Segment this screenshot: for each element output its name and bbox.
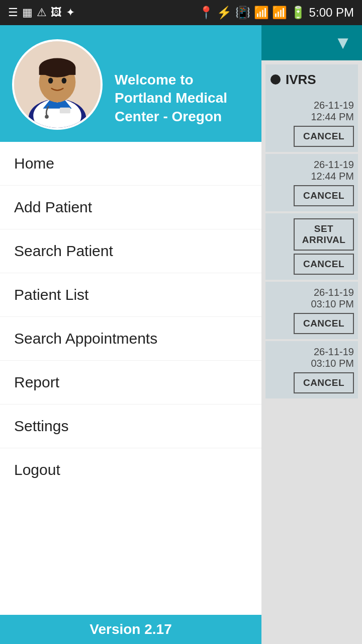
ivrs-row: IVRS <box>265 64 358 95</box>
menu-item-patient-list[interactable]: Patient List <box>0 273 261 317</box>
battery-icon: 🔋 <box>291 6 306 19</box>
status-icons: ☰ ▦ ⚠ 🖼 ✦ <box>8 6 75 19</box>
ivrs-dot <box>270 74 281 85</box>
appointment-row-4: 26-11-1903:10 PM CANCEL <box>265 282 358 339</box>
appointment-row-2: 26-11-1912:44 PM CANCEL <box>265 154 358 211</box>
status-bar: ☰ ▦ ⚠ 🖼 ✦ 📍 ⚡ 📳 📶 📶 🔋 5:00 PM <box>0 0 362 25</box>
right-panel-header: ▼ <box>261 25 362 60</box>
time-display: 5:00 PM <box>309 6 354 19</box>
menu-item-logout[interactable]: Logout <box>0 448 261 492</box>
filter-icon[interactable]: ▼ <box>334 32 352 53</box>
svg-point-8 <box>62 78 67 84</box>
navigation-drawer: Welcome to Portland Medical Center - Ore… <box>0 25 261 644</box>
menu-item-home[interactable]: Home <box>0 142 261 186</box>
appointment-date-2: 26-11-1912:44 PM <box>311 159 354 182</box>
appointment-row-3: SET ARRIVAL CANCEL <box>265 213 358 280</box>
avatar-image <box>14 41 101 128</box>
appointment-row-5: 26-11-1903:10 PM CANCEL <box>265 341 358 398</box>
drawer-header: Welcome to Portland Medical Center - Ore… <box>0 25 261 142</box>
status-right: 📍 ⚡ 📳 📶 📶 🔋 5:00 PM <box>199 6 354 20</box>
star-icon: ✦ <box>66 6 75 19</box>
warning-icon: ⚠ <box>37 6 47 19</box>
menu-item-report[interactable]: Report <box>0 361 261 405</box>
appointment-date-1: 26-11-1912:44 PM <box>311 100 354 123</box>
svg-rect-10 <box>60 108 70 113</box>
cancel-button-5[interactable]: CANCEL <box>294 372 354 393</box>
set-arrival-button[interactable]: SET ARRIVAL <box>294 218 354 251</box>
appointment-row: 26-11-1912:44 PM CANCEL <box>265 95 358 152</box>
menu-icon: ☰ <box>8 6 18 19</box>
appointments-list: IVRS 26-11-1912:44 PM CANCEL 26-11-1912:… <box>261 60 362 405</box>
svg-rect-6 <box>39 68 76 75</box>
version-label: Version 2.17 <box>89 621 171 637</box>
signal-icon: 📶 <box>272 6 287 19</box>
vibrate-icon: 📳 <box>235 6 250 19</box>
user-avatar <box>12 39 103 130</box>
menu-item-settings[interactable]: Settings <box>0 405 261 448</box>
svg-point-7 <box>48 78 53 84</box>
bluetooth-icon: ⚡ <box>217 6 232 19</box>
image-icon: 🖼 <box>51 6 62 19</box>
ivrs-label: IVRS <box>286 72 316 88</box>
right-panel: ▼ IVRS 26-11-1912:44 PM CANCEL 26-11-191… <box>261 25 362 644</box>
cancel-button-1[interactable]: CANCEL <box>294 126 354 147</box>
menu-item-add-patient[interactable]: Add Patient <box>0 186 261 229</box>
drawer-menu: Home Add Patient Search Patient Patient … <box>0 142 261 615</box>
menu-item-search-appointments[interactable]: Search Appointments <box>0 317 261 361</box>
appointment-date-4: 26-11-1903:10 PM <box>311 287 354 310</box>
cancel-button-2[interactable]: CANCEL <box>294 185 354 206</box>
drawer-footer: Version 2.17 <box>0 615 261 644</box>
appointment-date-5: 26-11-1903:10 PM <box>311 346 354 369</box>
wifi-icon: 📶 <box>254 6 269 19</box>
menu-item-search-patient[interactable]: Search Patient <box>0 229 261 273</box>
display-icon: ▦ <box>22 6 33 19</box>
svg-point-9 <box>45 115 49 119</box>
cancel-button-3[interactable]: CANCEL <box>294 254 354 275</box>
cancel-button-4[interactable]: CANCEL <box>294 313 354 334</box>
welcome-message: Welcome to Portland Medical Center - Ore… <box>115 71 249 130</box>
location-icon: 📍 <box>199 6 214 19</box>
